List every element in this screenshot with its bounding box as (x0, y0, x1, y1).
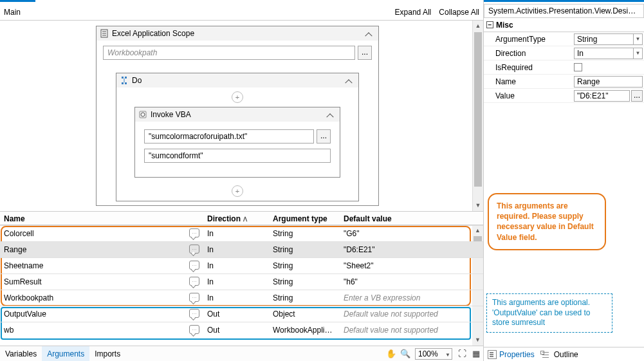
canvas-scrollbar[interactable]: ▲ ▼ (472, 21, 483, 211)
argument-row[interactable]: Colorcell…InString"G6" (0, 225, 483, 241)
col-default-header[interactable]: Default value (340, 212, 483, 225)
argument-type-cell[interactable]: String (269, 242, 340, 257)
argument-default-cell[interactable]: "h6" (340, 274, 483, 290)
workbookpath-input[interactable]: Workbookpath (103, 46, 355, 60)
argument-default-cell[interactable]: Default value not supported (340, 322, 483, 338)
argument-name-cell[interactable]: OutputValue… (0, 306, 203, 322)
argument-name-cell[interactable]: wb… (0, 322, 203, 338)
breadcrumb[interactable]: Main (0, 8, 21, 17)
collapse-all-link[interactable]: Collapse All (435, 8, 483, 17)
collapse-button[interactable] (344, 76, 356, 85)
tab-imports[interactable]: Imports (89, 346, 125, 361)
properties-icon (488, 350, 497, 359)
expand-all-link[interactable]: Expand All (391, 8, 436, 17)
prop-argumenttype[interactable]: ArgumentType String▼ (484, 32, 644, 46)
argument-type-cell[interactable]: String (269, 258, 340, 273)
argument-default-cell[interactable]: "Sheet2" (340, 258, 483, 273)
argument-direction-cell[interactable]: In (203, 274, 269, 290)
prop-direction[interactable]: Direction In▼ (484, 46, 644, 60)
annotation-icon[interactable]: … (189, 277, 199, 286)
annotation-icon[interactable]: … (189, 293, 199, 302)
excel-scope-activity[interactable]: Excel Application Scope Workbookpath ...… (96, 26, 379, 206)
overview-button[interactable]: ▦ (469, 349, 483, 358)
zoom-level-select[interactable]: 100%▼ (415, 348, 452, 360)
outline-icon (542, 350, 551, 359)
argument-row[interactable]: Range…InString"D6:E21" (0, 241, 483, 257)
tab-outline[interactable]: Outline (538, 347, 582, 361)
argument-direction-cell[interactable]: In (203, 226, 269, 241)
argument-type-cell[interactable]: String (269, 290, 340, 306)
annotation-icon[interactable]: … (189, 309, 199, 318)
col-direction-header[interactable]: Directionᐱ (203, 212, 269, 225)
argument-name-cell[interactable]: Sheetname… (0, 258, 203, 273)
argument-type-cell[interactable]: WorkbookApplicati (269, 322, 340, 338)
vba-file-input[interactable]: "sumcolormacroforuipath.txt" (144, 129, 314, 143)
dropdown-icon[interactable]: ▼ (634, 48, 643, 59)
svg-point-9 (141, 113, 145, 116)
arguments-grid[interactable]: ▲▼ Colorcell…InString"G6"Range…InString"… (0, 225, 483, 346)
collapse-button[interactable] (364, 29, 376, 38)
argument-default-cell[interactable]: "G6" (340, 226, 483, 241)
prop-value[interactable]: Value "D6:E21"... (484, 89, 644, 103)
argument-direction-cell[interactable]: Out (203, 306, 269, 322)
argument-row[interactable]: Workbookpath…InStringEnter a VB expressi… (0, 290, 483, 306)
argument-row[interactable]: OutputValue…OutObjectDefault value not s… (0, 306, 483, 322)
argument-type-cell[interactable]: Object (269, 306, 340, 322)
tab-strip (0, 0, 483, 4)
tab-variables[interactable]: Variables (0, 346, 42, 361)
value-editor-button[interactable]: ... (631, 90, 643, 102)
add-activity-bottom-button[interactable]: + (232, 185, 243, 197)
browse-button[interactable]: ... (358, 46, 372, 60)
prop-name-value[interactable]: Range (574, 76, 643, 88)
add-activity-top-button[interactable]: + (232, 91, 243, 103)
properties-category[interactable]: − Misc (484, 18, 644, 32)
col-name-header[interactable]: Name (0, 212, 203, 225)
annotation-icon[interactable]: … (189, 245, 199, 254)
browse-button[interactable]: ... (317, 129, 331, 143)
activity-title: Invoke VBA (151, 110, 326, 119)
fit-screen-button[interactable]: ⛶ (455, 349, 469, 358)
argument-default-cell[interactable]: Enter a VB expression (340, 290, 483, 306)
zoom-tool-button[interactable]: 🔍 (398, 349, 412, 358)
dropdown-icon[interactable]: ▼ (634, 33, 643, 45)
prop-value-value[interactable]: "D6:E21" (574, 90, 630, 102)
prop-name[interactable]: Name Range (484, 75, 644, 89)
argument-direction-cell[interactable]: Out (203, 322, 269, 338)
annotation-optional-text: This arguments are optional. 'OutputValu… (486, 293, 612, 333)
svg-rect-6 (122, 82, 124, 84)
argument-name-cell[interactable]: Workbookpath… (0, 290, 203, 306)
argument-direction-cell[interactable]: In (203, 258, 269, 273)
tab-properties[interactable]: Properties (484, 347, 538, 361)
prop-argumenttype-value[interactable]: String (574, 33, 634, 45)
annotation-required-text: This arguments are required. Please supp… (488, 193, 606, 250)
argument-default-cell[interactable]: "D6:E21" (340, 242, 483, 257)
collapse-button[interactable] (326, 110, 337, 119)
argument-name-cell[interactable]: Range… (0, 242, 203, 257)
invoke-vba-activity[interactable]: Invoke VBA "sumcolormacroforuipath.txt" … (134, 107, 340, 178)
vba-macro-input[interactable]: "sumcondformt" (144, 149, 331, 163)
argument-name-cell[interactable]: SumResult… (0, 274, 203, 290)
designer-canvas[interactable]: Excel Application Scope Workbookpath ...… (0, 21, 483, 211)
argument-type-cell[interactable]: String (269, 226, 340, 241)
argument-row[interactable]: Sheetname…InString"Sheet2" (0, 257, 483, 273)
argument-default-cell[interactable]: Default value not supported (340, 306, 483, 322)
argument-name-cell[interactable]: Colorcell… (0, 226, 203, 241)
annotation-icon[interactable]: … (189, 228, 199, 237)
prop-isrequired[interactable]: IsRequired (484, 60, 644, 75)
argument-type-cell[interactable]: String (269, 274, 340, 290)
pan-tool-button[interactable]: ✋ (384, 349, 398, 358)
argument-row[interactable]: SumResult…InString"h6" (0, 273, 483, 290)
argument-direction-cell[interactable]: In (203, 290, 269, 306)
category-collapse-toggle[interactable]: − (486, 21, 493, 28)
argument-direction-cell[interactable]: In (203, 242, 269, 257)
argument-row[interactable]: wb…OutWorkbookApplicatiDefault value not… (0, 322, 483, 338)
do-sequence-activity[interactable]: Do + Invoke VBA (116, 73, 359, 201)
prop-direction-value[interactable]: In (574, 48, 634, 59)
bottom-bar: Variables Arguments Imports ✋ 🔍 100%▼ ⛶ … (0, 346, 483, 361)
isrequired-checkbox[interactable] (574, 63, 582, 71)
tab-arguments[interactable]: Arguments (42, 346, 89, 361)
annotation-icon[interactable]: … (189, 261, 199, 270)
properties-object-header: System.Activities.Presentation.View.Desi… (484, 4, 644, 18)
col-type-header[interactable]: Argument type (269, 212, 340, 225)
annotation-icon[interactable]: … (189, 325, 199, 334)
